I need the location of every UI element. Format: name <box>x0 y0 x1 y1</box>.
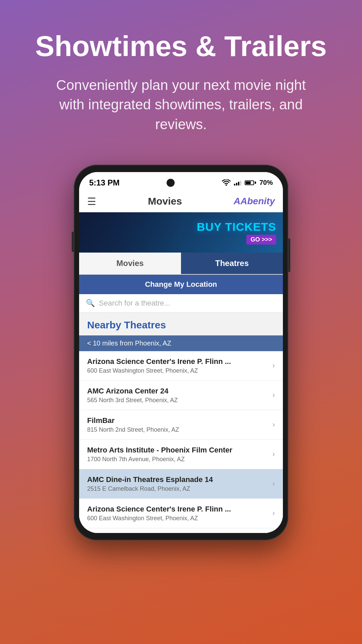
theatre-list: Arizona Science Center's Irene P. Flinn … <box>79 351 283 533</box>
theatre-name: Metro Arts Institute - Phoenix Film Cent… <box>87 446 269 454</box>
camera-notch <box>167 179 175 187</box>
chevron-right-icon: › <box>273 391 275 399</box>
theatre-list-item[interactable]: AMC Dine-in Theatres Esplanade 142515 E … <box>79 469 283 499</box>
chevron-right-icon: › <box>273 509 275 518</box>
go-button[interactable]: GO >>> <box>246 235 276 245</box>
tabs-bar: Movies Theatres <box>79 253 283 275</box>
theatre-address: 2515 E Camelback Road, Phoenix, AZ <box>87 485 269 492</box>
search-input[interactable]: Search for a theatre... <box>99 299 170 308</box>
content-area: Nearby Theatres < 10 miles from Phoenix,… <box>79 313 283 533</box>
theatre-address: 600 East Washington Street, Phoenix, AZ <box>87 367 269 374</box>
distance-label: < 10 miles from Phoenix, AZ <box>87 339 171 347</box>
theatre-info: Metro Arts Institute - Phoenix Film Cent… <box>87 446 269 463</box>
promo-banner[interactable]: BUY TICKETS GO >>> <box>79 212 283 253</box>
header-section: Showtimes & Trailers Conveniently plan y… <box>0 0 362 151</box>
theatre-name: Arizona Science Center's Irene P. Flinn … <box>87 505 269 514</box>
theatre-info: AMC Dine-in Theatres Esplanade 142515 E … <box>87 475 269 492</box>
status-bar: 5:13 PM <box>79 172 283 191</box>
chevron-right-icon: › <box>273 420 275 429</box>
location-bar[interactable]: Change My Location <box>79 275 283 294</box>
app-navbar: ☰ Movies AAbenity <box>79 191 283 212</box>
chevron-right-icon: › <box>273 479 275 488</box>
theatre-info: AMC Arizona Center 24565 North 3rd Stree… <box>87 387 269 404</box>
phone-screen: 5:13 PM <box>79 172 283 533</box>
brand-logo: AAbenity <box>234 196 275 207</box>
theatre-list-item[interactable]: AMC Arizona Center 24› <box>79 528 283 533</box>
theatre-address: 815 North 2nd Street, Phoenix, AZ <box>87 426 269 433</box>
distance-header: < 10 miles from Phoenix, AZ <box>79 335 283 351</box>
signal-icon <box>234 180 241 185</box>
theatre-info: Arizona Science Center's Irene P. Flinn … <box>87 357 269 374</box>
search-icon: 🔍 <box>86 299 95 308</box>
theatre-info: Arizona Science Center's Irene P. Flinn … <box>87 505 269 522</box>
banner-content: BUY TICKETS GO >>> <box>197 220 276 245</box>
chevron-right-icon: › <box>273 450 275 459</box>
tab-movies[interactable]: Movies <box>79 253 181 274</box>
theatre-address: 1700 North 7th Avenue, Phoenix, AZ <box>87 456 269 463</box>
nearby-theatres-title: Nearby Theatres <box>79 313 283 335</box>
theatre-name: Arizona Science Center's Irene P. Flinn … <box>87 357 269 366</box>
search-bar[interactable]: 🔍 Search for a theatre... <box>79 294 283 313</box>
theatre-list-item[interactable]: Arizona Science Center's Irene P. Flinn … <box>79 351 283 381</box>
main-title: Showtimes & Trailers <box>23 30 339 62</box>
battery-icon <box>245 180 256 185</box>
theatre-list-item[interactable]: Arizona Science Center's Irene P. Flinn … <box>79 499 283 528</box>
theatre-name: AMC Dine-in Theatres Esplanade 14 <box>87 475 269 484</box>
subtitle: Conveniently plan your next movie night … <box>47 75 315 135</box>
theatre-address: 565 North 3rd Street, Phoenix, AZ <box>87 397 269 404</box>
tab-theatres[interactable]: Theatres <box>181 253 283 274</box>
theatre-address: 600 East Washington Street, Phoenix, AZ <box>87 515 269 522</box>
status-icons: 70% <box>222 179 273 186</box>
svg-point-0 <box>226 184 227 186</box>
theatre-list-item[interactable]: Metro Arts Institute - Phoenix Film Cent… <box>79 440 283 469</box>
wifi-icon <box>222 179 231 186</box>
buy-tickets-text: BUY TICKETS <box>197 220 276 233</box>
theatre-name: AMC Arizona Center 24 <box>87 387 269 395</box>
phone-device: 5:13 PM <box>74 165 288 540</box>
theatre-list-item[interactable]: AMC Arizona Center 24565 North 3rd Stree… <box>79 381 283 410</box>
theatre-list-item[interactable]: FilmBar815 North 2nd Street, Phoenix, AZ… <box>79 410 283 440</box>
change-location-button[interactable]: Change My Location <box>145 280 217 288</box>
menu-icon[interactable]: ☰ <box>87 196 96 207</box>
battery-percent: 70% <box>259 179 273 186</box>
status-time: 5:13 PM <box>89 178 120 187</box>
theatre-name: FilmBar <box>87 416 269 425</box>
theatre-info: FilmBar815 North 2nd Street, Phoenix, AZ <box>87 416 269 433</box>
chevron-right-icon: › <box>273 361 275 370</box>
app-title: Movies <box>148 196 182 207</box>
